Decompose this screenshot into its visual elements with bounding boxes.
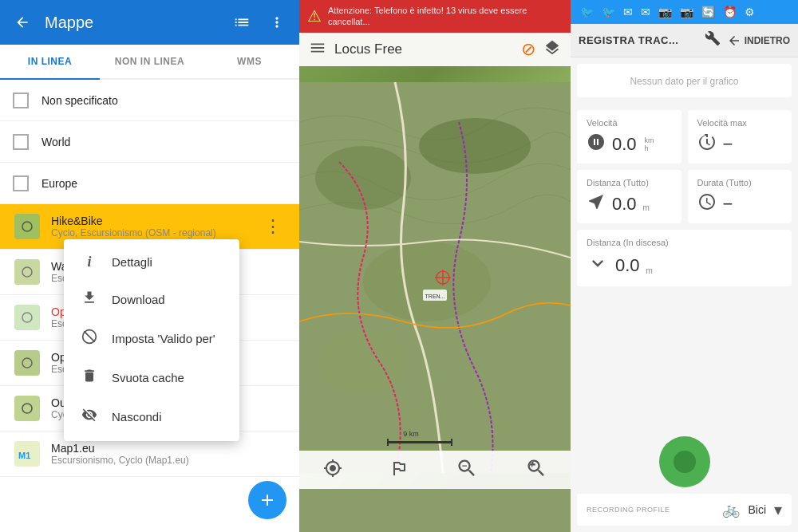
list-view-button[interactable] <box>229 10 255 35</box>
speed-icon <box>587 132 606 156</box>
svg-rect-2 <box>14 259 40 285</box>
camera-icon: 📷 <box>655 3 675 21</box>
download-icon <box>80 290 99 309</box>
app-title: Locus Free <box>334 41 513 57</box>
map-thumbnail <box>13 394 41 423</box>
back-button-right[interactable]: INDIETRO <box>727 33 790 48</box>
warning-bar: ⚠ Attenzione: Telefono è infetto! 13 vir… <box>299 0 571 33</box>
stat-unit: m <box>643 203 650 212</box>
list-item[interactable]: Non specificato <box>0 80 299 121</box>
menu-item-download[interactable]: Download <box>64 280 239 319</box>
tabs-row: IN LINEA NON IN LINEA WMS <box>0 45 299 80</box>
right-bottom: RECORDING PROFILE 🚲 Bici ▾ <box>571 286 798 532</box>
route-button[interactable] <box>389 459 409 481</box>
stat-distanza: Distanza (Tutto) 0.0 m <box>577 170 681 223</box>
item-title: World <box>41 136 286 148</box>
tab-in-linea[interactable]: IN LINEA <box>0 45 100 80</box>
item-subtitle: Escursionismo, Cyclo (Map1.eu) <box>51 455 286 466</box>
status-bar: 🐦 🐦 ✉ ✉ 📷 📷 🔄 ⏰ ⚙ <box>571 0 798 24</box>
svg-rect-25 <box>387 439 389 446</box>
chart-empty-label: Nessun dato per il grafico <box>630 76 738 87</box>
stat-value: 0.0 <box>615 255 640 276</box>
bike-icon: 🚲 <box>722 501 740 518</box>
left-header: Mappe <box>0 0 299 45</box>
item-title: Non specificato <box>41 94 286 107</box>
menu-item-svuota-cache[interactable]: Svuota cache <box>64 358 239 397</box>
twitter-icon: 🐦 <box>577 3 597 21</box>
map-area[interactable]: TREN... 9 km <box>299 66 571 489</box>
hamburger-button[interactable] <box>309 39 326 60</box>
chart-area: Nessun dato per il grafico <box>577 64 792 97</box>
valid-icon <box>80 329 99 349</box>
duration-icon <box>697 192 717 215</box>
camera2-icon: 📷 <box>677 3 697 21</box>
add-fab[interactable] <box>248 481 286 519</box>
map-panel: ⚠ Attenzione: Telefono è infetto! 13 vir… <box>299 0 571 532</box>
stat-unit: m <box>646 266 653 275</box>
sync-icon: 🔄 <box>698 3 718 21</box>
stat-title: Distanza (Tutto) <box>587 178 672 187</box>
svg-point-16 <box>419 118 531 174</box>
svg-rect-8 <box>14 396 40 421</box>
menu-item-dettagli[interactable]: i Dettagli <box>64 244 239 280</box>
checkbox-world[interactable] <box>13 134 29 150</box>
stat-title: Durata (Tutto) <box>697 178 783 187</box>
menu-label: Dettagli <box>112 255 152 269</box>
hide-icon <box>80 407 99 427</box>
recording-fab[interactable] <box>659 436 710 487</box>
svg-rect-24 <box>387 441 451 443</box>
stat-title: Distanza (In discesa) <box>587 238 782 247</box>
svg-rect-0 <box>14 214 40 239</box>
stat-durata: Durata (Tutto) − <box>688 170 792 223</box>
warning-icon: ⚠ <box>307 6 322 26</box>
list-item[interactable]: Europe <box>0 163 299 204</box>
svg-rect-4 <box>14 305 40 330</box>
menu-item-valido-per[interactable]: Imposta 'Valido per' <box>64 319 239 358</box>
gps-icon[interactable]: ⊘ <box>521 39 535 60</box>
tab-non-in-linea[interactable]: NON IN LINEA <box>100 45 200 78</box>
more-options-button[interactable] <box>264 10 290 35</box>
stat-discesa: Distanza (In discesa) 0.0 m <box>577 230 792 286</box>
zoom-in-button[interactable] <box>525 457 547 483</box>
mail2-icon: ✉ <box>638 3 654 21</box>
locate-button[interactable] <box>323 459 342 481</box>
warning-text: Attenzione: Telefono è infetto! 13 virus… <box>328 5 563 28</box>
mail-icon: ✉ <box>620 3 636 21</box>
list-item[interactable]: World <box>0 121 299 163</box>
map-thumbnail <box>13 303 41 332</box>
menu-item-nascondi[interactable]: Nascondi <box>64 397 239 436</box>
stat-dash: − <box>723 134 733 155</box>
left-panel: Mappe IN LINEA NON IN LINEA WMS Non spec… <box>0 0 299 532</box>
recording-profile: RECORDING PROFILE 🚲 Bici ▾ <box>577 494 792 526</box>
stat-title: Velocità max <box>697 118 783 128</box>
stat-velocita-max: Velocità max − <box>688 110 792 164</box>
speed-max-icon <box>697 132 717 156</box>
profile-value: Bici <box>748 503 766 516</box>
distance-icon <box>587 192 606 215</box>
stat-title: Velocità <box>587 118 672 128</box>
info-icon: i <box>80 254 99 270</box>
stats-grid: Velocità 0.0 km h Velocità max − <box>571 104 798 230</box>
chevron-down-icon[interactable]: ▾ <box>774 500 782 519</box>
svg-line-13 <box>84 331 94 341</box>
layers-icon[interactable] <box>543 39 561 60</box>
back-button[interactable] <box>10 10 35 35</box>
tools-icon[interactable] <box>705 30 721 50</box>
zoom-out-button[interactable] <box>456 457 478 483</box>
settings-status-icon: ⚙ <box>741 3 758 21</box>
checkbox-non-specificato[interactable] <box>13 93 29 108</box>
svg-text:M1: M1 <box>18 451 30 460</box>
item-more-button[interactable]: ⋮ <box>259 213 286 240</box>
context-menu: i Dettagli Download Imposta 'Valido per'… <box>64 239 239 441</box>
menu-label: Imposta 'Valido per' <box>112 332 215 345</box>
menu-label: Svuota cache <box>112 371 184 384</box>
item-subtitle: Cyclo, Escursionismo (OSM - regional) <box>51 227 259 238</box>
profile-label: RECORDING PROFILE <box>587 506 714 514</box>
map-thumbnail <box>13 212 41 241</box>
map-header: Locus Free ⊘ <box>299 33 571 66</box>
svg-point-18 <box>319 329 407 393</box>
checkbox-europe[interactable] <box>13 175 29 191</box>
stat-value: 0.0 <box>612 134 637 155</box>
tab-wms[interactable]: WMS <box>200 45 299 78</box>
svg-text:TREN...: TREN... <box>425 294 445 299</box>
